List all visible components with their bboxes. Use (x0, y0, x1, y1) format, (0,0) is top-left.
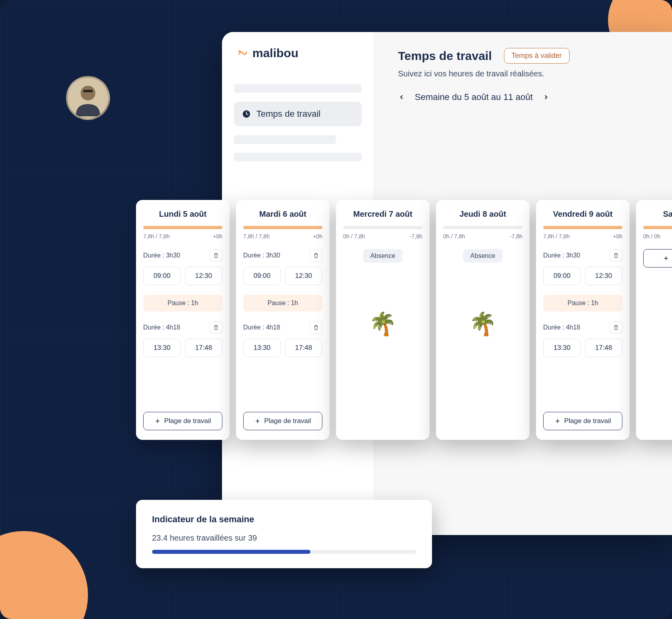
day-delta: +0h (613, 233, 622, 240)
days-row: Lundi 5 août 7,8h / 7,8h+0h Durée : 3h30… (136, 200, 672, 440)
day-card: Jeudi 8 août 0h / 7,8h-7,8hAbsence 🌴 (436, 200, 530, 440)
time-slot: Durée : 3h30 09:0012:30 (243, 249, 322, 285)
logo-text: malibou (252, 46, 298, 60)
day-card: Samedi 10 0h / 0hPlage de t (636, 200, 672, 440)
indicator-title: Indicateur de la semaine (152, 514, 416, 525)
validate-badge[interactable]: Temps à valider (504, 48, 570, 64)
time-slot: Durée : 4h18 13:3017:48 (543, 321, 622, 357)
day-progress-text: 7,8h / 7,8h+0h (543, 233, 622, 240)
week-label: Semaine du 5 août au 11 août (415, 92, 533, 102)
add-button-label: Plage de travail (164, 417, 211, 425)
delete-slot-button[interactable] (210, 249, 222, 262)
app-header: malibou (234, 32, 362, 68)
day-progress-text: 7,8h / 7,8h+0h (143, 233, 222, 240)
day-card: Mardi 6 août 7,8h / 7,8h+0h Durée : 3h30… (236, 200, 330, 440)
time-end-input[interactable]: 12:30 (285, 267, 322, 285)
day-hours: 0h / 0h (643, 233, 660, 240)
day-hours: 7,8h / 7,8h (243, 233, 270, 240)
time-end-input[interactable]: 12:30 (185, 267, 222, 285)
time-start-input[interactable]: 13:30 (543, 339, 581, 357)
clock-icon (242, 110, 251, 118)
week-indicator-card: Indicateur de la semaine 23.4 heures tra… (136, 500, 432, 568)
add-button-label: Plage de travail (264, 417, 311, 425)
day-title: Lundi 5 août (143, 210, 222, 219)
logo-icon (237, 48, 248, 59)
indicator-subtitle: 23.4 heures travaillées sur 39 (152, 533, 416, 543)
chevron-left-icon[interactable] (398, 94, 405, 101)
day-hours: 7,8h / 7,8h (543, 233, 570, 240)
add-time-slot-button[interactable]: Plage de travail (143, 412, 222, 430)
pause-chip: Pause : 1h (143, 295, 222, 311)
svg-point-1 (81, 86, 96, 100)
time-slot: Durée : 4h18 13:3017:48 (143, 321, 222, 357)
day-progress-text: 0h / 7,8h-7,8h (343, 233, 422, 240)
day-progress-bar (443, 226, 522, 229)
day-delta: +0h (213, 233, 222, 240)
slot-duration-label: Durée : 4h18 (143, 324, 180, 331)
day-delta: -7,8h (510, 233, 522, 240)
day-delta: -7,8h (410, 233, 422, 240)
day-progress-text: 7,8h / 7,8h+0h (243, 233, 322, 240)
time-start-input[interactable]: 13:30 (243, 339, 281, 357)
slot-duration-label: Durée : 4h18 (243, 324, 280, 331)
add-time-slot-button[interactable]: Plage de travail (543, 412, 622, 430)
palm-tree-icon: 🌴 (443, 311, 522, 337)
day-progress-bar (643, 226, 672, 229)
day-progress-bar (143, 226, 222, 229)
pause-chip: Pause : 1h (243, 295, 322, 311)
slot-duration-label: Durée : 3h30 (143, 252, 180, 259)
time-slot: Durée : 4h18 13:3017:48 (243, 321, 322, 357)
time-start-input[interactable]: 09:00 (143, 267, 181, 285)
day-progress-bar (343, 226, 422, 229)
day-hours: 0h / 7,8h (343, 233, 365, 240)
page-subtitle: Suivez ici vos heures de travail réalisé… (398, 69, 672, 78)
time-end-input[interactable]: 17:48 (185, 339, 222, 357)
sidebar-placeholder (234, 135, 336, 144)
day-card: Mercredi 7 août 0h / 7,8h-7,8hAbsence 🌴 (336, 200, 430, 440)
indicator-progress-bar (152, 550, 416, 554)
time-end-input[interactable]: 12:30 (585, 267, 622, 285)
avatar-placeholder-icon (68, 78, 108, 118)
svg-point-3 (238, 50, 241, 52)
page-background: malibou Temps de travail Temps de travai… (0, 0, 672, 619)
day-progress-text: 0h / 7,8h-7,8h (443, 233, 522, 240)
svg-rect-2 (83, 90, 93, 92)
add-time-slot-button[interactable]: Plage de t (643, 249, 672, 268)
chevron-right-icon[interactable] (542, 94, 550, 101)
time-start-input[interactable]: 09:00 (243, 267, 281, 285)
absence-chip: Absence (463, 249, 502, 263)
time-end-input[interactable]: 17:48 (585, 339, 622, 357)
time-start-input[interactable]: 09:00 (543, 267, 581, 285)
delete-slot-button[interactable] (610, 321, 622, 334)
slot-duration-label: Durée : 4h18 (543, 324, 580, 331)
slot-duration-label: Durée : 3h30 (543, 252, 580, 259)
day-title: Samedi 10 (643, 210, 672, 219)
delete-slot-button[interactable] (610, 249, 622, 262)
time-start-input[interactable]: 13:30 (143, 339, 181, 357)
sidebar-placeholder (234, 153, 362, 162)
day-title: Vendredi 9 août (543, 210, 622, 219)
day-progress-text: 0h / 0h (643, 233, 672, 240)
absence-chip: Absence (363, 249, 402, 263)
day-hours: 0h / 7,8h (443, 233, 465, 240)
day-card: Lundi 5 août 7,8h / 7,8h+0h Durée : 3h30… (136, 200, 230, 440)
delete-slot-button[interactable] (210, 321, 222, 334)
indicator-progress-fill (152, 550, 310, 554)
sidebar-placeholder (234, 84, 362, 93)
add-time-slot-button[interactable]: Plage de travail (243, 412, 322, 430)
time-slot: Durée : 3h30 09:0012:30 (543, 249, 622, 285)
page-title: Temps de travail (398, 49, 492, 63)
sidebar-item-time-tracking[interactable]: Temps de travail (234, 102, 362, 126)
day-title: Jeudi 8 août (443, 210, 522, 219)
pause-chip: Pause : 1h (543, 295, 622, 311)
day-card: Vendredi 9 août 7,8h / 7,8h+0h Durée : 3… (536, 200, 630, 440)
delete-slot-button[interactable] (310, 249, 322, 262)
day-delta: +0h (313, 233, 322, 240)
delete-slot-button[interactable] (310, 321, 322, 334)
day-title: Mardi 6 août (243, 210, 322, 219)
time-slot: Durée : 3h30 09:0012:30 (143, 249, 222, 285)
week-navigator: Semaine du 5 août au 11 août (398, 92, 672, 102)
sidebar-item-label: Temps de travail (256, 109, 320, 119)
palm-tree-icon: 🌴 (343, 311, 422, 337)
time-end-input[interactable]: 17:48 (285, 339, 322, 357)
